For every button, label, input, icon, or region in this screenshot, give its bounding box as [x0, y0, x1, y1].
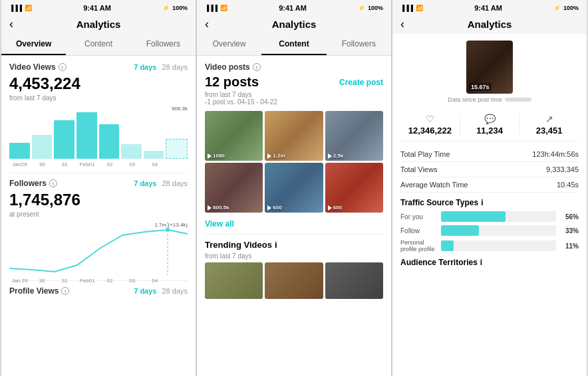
bar-3 — [76, 112, 97, 159]
video-thumb-4[interactable]: 600 — [265, 163, 323, 213]
bar-label-0: Jan29 — [9, 161, 30, 167]
metric-label-0: Total Play Time — [400, 150, 450, 158]
bar-7 — [166, 139, 188, 159]
followers-sublabel: at present — [9, 211, 188, 218]
traffic-bar-inner-1 — [441, 225, 479, 236]
video-thumb-5[interactable]: 600 — [325, 163, 383, 213]
header-1: ‹ Analytics — [1, 15, 196, 34]
view-all-link[interactable]: View all — [205, 219, 383, 229]
7day-filter[interactable]: 7 days — [134, 63, 156, 71]
tab-overview-2[interactable]: Overview — [197, 34, 261, 55]
7day-filter-p[interactable]: 7 days — [134, 287, 156, 295]
status-bar-2: ▐▐▐ 📶 9:41 AM ⚡ 100% — [197, 0, 391, 15]
trending-thumb-2[interactable] — [325, 262, 383, 299]
tab-followers-2[interactable]: Followers — [327, 34, 391, 55]
play-icon-5 — [328, 205, 332, 211]
page-title-3: Analytics — [402, 19, 577, 30]
comments-count: 11,234 — [460, 126, 519, 136]
video-thumb-0[interactable]: 1080 — [205, 111, 263, 161]
metric-value-2: 10.45s — [557, 181, 579, 189]
status-bar-1: ▐▐▐ 📶 9:41 AM ⚡ 100% — [1, 0, 196, 15]
bar-chart-container: 909.3k Jan29 30 31 Feb01 02 03 04 — [9, 106, 188, 167]
video-thumb-3[interactable]: 800.5k — [205, 163, 263, 213]
play-count-1: 1.2m — [267, 153, 285, 159]
wifi-icon: 📶 — [25, 5, 32, 11]
tabs-2: Overview Content Followers — [197, 34, 391, 56]
info-icon-views[interactable]: i — [59, 63, 67, 71]
comments-stat: 💬 11,234 — [460, 114, 519, 136]
thumb-wrapper: 15.67s — [400, 41, 579, 94]
back-button-1[interactable]: ‹ — [9, 17, 13, 31]
video-thumb-2[interactable]: 2.5k — [325, 111, 383, 161]
create-post-button[interactable]: Create post — [339, 78, 383, 87]
divider-1 — [9, 173, 188, 173]
back-button-2[interactable]: ‹ — [205, 17, 209, 31]
traffic-row-1: Follow 33% — [400, 225, 579, 236]
video-posts-label: Video posts i — [205, 62, 261, 72]
posts-subtext: from last 7 days -1 post vs. 04-15 - 04-… — [205, 91, 383, 106]
tab-followers-1[interactable]: Followers — [131, 34, 196, 55]
back-button-3[interactable]: ‹ — [400, 17, 404, 31]
28day-filter-f[interactable]: 28 days — [162, 179, 188, 187]
time-1: 9:41 AM — [83, 4, 111, 12]
tab-content-1[interactable]: Content — [66, 34, 130, 55]
bar-4 — [99, 124, 120, 159]
header-2: ‹ Analytics — [197, 15, 391, 34]
battery-1: 100% — [172, 5, 188, 11]
signal-icon: ▐▐▐ — [9, 5, 22, 11]
trending-title: Trending Videos i — [205, 240, 383, 250]
7day-filter-f[interactable]: 7 days — [134, 179, 156, 187]
trending-thumb-0[interactable] — [205, 262, 263, 299]
info-icon-profile[interactable]: i — [61, 287, 69, 295]
phone-3: ▐▐▐ 📶 9:41 AM ⚡ 100% ‹ Analytics 15.67s … — [392, 0, 587, 376]
likes-count: 12,346,222 — [400, 126, 460, 136]
video-views-count: 4,453,224 — [9, 74, 188, 93]
page-title-2: Analytics — [206, 19, 382, 30]
info-icon-posts[interactable]: i — [253, 63, 261, 71]
bluetooth-icon-3: ⚡ — [553, 5, 561, 11]
info-icon-audience[interactable]: i — [480, 258, 482, 267]
wifi-icon-3: 📶 — [416, 5, 423, 11]
bar-label-5: 03 — [122, 161, 142, 167]
heart-icon: ♡ — [400, 114, 460, 124]
play-icon-2 — [328, 153, 332, 159]
trending-thumb-1[interactable] — [265, 262, 323, 299]
traffic-label-1: Follow — [400, 227, 437, 235]
posts-count-row: 12 posts Create post — [205, 74, 383, 90]
tab-overview-1[interactable]: Overview — [1, 34, 66, 55]
28day-filter[interactable]: 28 days — [162, 63, 188, 71]
video-thumbnail-large: 15.67s — [466, 41, 513, 94]
info-icon-traffic[interactable]: i — [481, 198, 483, 207]
play-icon-0 — [208, 153, 212, 159]
thumb-duration: 15.67s — [469, 83, 492, 91]
day-filters-views: 7 days 28 days — [134, 63, 188, 71]
bar-chart — [9, 106, 188, 159]
tab-content-2[interactable]: Content — [261, 34, 326, 55]
metric-value-0: 123h:44m:56s — [532, 150, 579, 158]
battery-2: 100% — [368, 5, 383, 11]
signal-icon-2: ▐▐▐ — [205, 5, 218, 11]
28day-filter-p[interactable]: 28 days — [162, 287, 188, 295]
bluetooth-icon-2: ⚡ — [358, 5, 365, 11]
video-views-label: Video Views i — [9, 62, 67, 72]
traffic-section: Traffic Source Types i For you 56% Follo… — [400, 198, 579, 252]
wifi-icon-2: 📶 — [220, 5, 227, 11]
info-icon-followers[interactable]: i — [49, 179, 57, 187]
status-bar-3: ▐▐▐ 📶 9:41 AM ⚡ 100% — [392, 0, 587, 15]
bar-5 — [121, 144, 142, 159]
traffic-bar-outer-1 — [441, 225, 556, 236]
traffic-bar-inner-0 — [441, 211, 506, 222]
traffic-pct-2: 11% — [560, 242, 579, 250]
play-count-2: 2.5k — [328, 153, 344, 159]
profile-views-label: Profile Views i — [9, 286, 69, 296]
video-thumb-1[interactable]: 1.2m — [265, 111, 323, 161]
info-icon-trending[interactable]: i — [275, 240, 277, 250]
posts-count: 12 posts — [205, 74, 259, 90]
metric-row-2: Average Watch Time 10.45s — [400, 177, 579, 193]
share-icon: ↗ — [519, 114, 579, 124]
audience-title: Audience Territories i — [400, 258, 579, 267]
analytics-panel-3: 15.67s Data since post time ♡ 12,346,222… — [392, 34, 587, 274]
signal-icon-3: ▐▐▐ — [400, 5, 413, 11]
metric-label-1: Total Views — [400, 165, 437, 173]
bar-label-1: 30 — [32, 161, 53, 167]
